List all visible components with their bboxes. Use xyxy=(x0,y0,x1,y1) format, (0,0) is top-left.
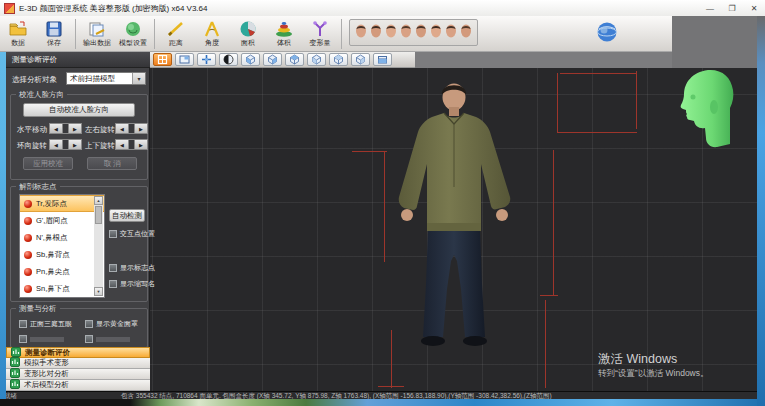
calibration-group-title: 校准人脸方向 xyxy=(16,90,67,99)
windows-activate-watermark-sub: 转到“设置”以激活 Windows。 xyxy=(598,368,709,380)
area-icon xyxy=(238,19,258,38)
stepper-next-button[interactable]: ▶ xyxy=(68,123,82,134)
roll-rotate-stepper[interactable]: ◀▶ xyxy=(49,139,82,150)
checkbox-icon xyxy=(85,335,93,343)
volume-button[interactable]: 体积 xyxy=(266,18,302,47)
landmark-dot-icon xyxy=(24,217,32,225)
stepper-next-button[interactable]: ▶ xyxy=(134,139,148,150)
stepper-next-button[interactable]: ▶ xyxy=(134,123,148,134)
angle-icon xyxy=(202,19,222,38)
fit-view-button[interactable] xyxy=(153,53,172,66)
axis-view-button[interactable] xyxy=(197,53,216,66)
three-courts-checkbox[interactable]: 正面三庭五眼 xyxy=(19,319,72,329)
partial-checkbox[interactable] xyxy=(85,335,130,343)
stepper-prev-button[interactable]: ◀ xyxy=(49,139,63,150)
right-view-button[interactable] xyxy=(307,53,326,66)
face-view-5-button[interactable] xyxy=(415,23,427,42)
save-button[interactable]: 保存 xyxy=(36,18,72,47)
auto-calibrate-button[interactable]: 自动校准人脸方向 xyxy=(23,103,135,117)
data-button[interactable]: 数据 xyxy=(0,18,36,47)
interactive-point-checkbox[interactable]: 交互点位置 xyxy=(109,229,155,239)
horizontal-move-stepper[interactable]: ◀▶ xyxy=(49,123,82,134)
list-item[interactable]: G',眉间点 xyxy=(20,212,104,229)
yaw-rotate-stepper[interactable]: ◀▶ xyxy=(115,123,148,134)
face-view-2-button[interactable] xyxy=(370,23,382,42)
analysis-object-dropdown[interactable]: 术前扫描模型 ▾ xyxy=(66,72,146,85)
angle-button[interactable]: 角度 xyxy=(194,18,230,47)
face-view-3-button[interactable] xyxy=(385,23,397,42)
chevron-down-icon: ▾ xyxy=(132,73,145,84)
stepper-prev-button[interactable]: ◀ xyxy=(115,123,129,134)
golden-mask-checkbox[interactable]: 显示黄金面罩 xyxy=(85,319,138,329)
auto-detect-button[interactable]: 自动检测 xyxy=(109,209,145,222)
apply-calibration-button[interactable]: 应用校准 xyxy=(23,157,73,170)
close-button[interactable]: ✕ xyxy=(743,0,765,16)
checkbox-icon xyxy=(19,335,27,343)
face-view-8-button[interactable] xyxy=(460,23,472,42)
tab-simulate-surgery[interactable]: 模拟手术变形 xyxy=(6,358,150,369)
scroll-down-icon[interactable]: ▼ xyxy=(94,287,103,296)
windows-activate-watermark: 激活 Windows xyxy=(598,351,677,368)
pitch-rotate-stepper[interactable]: ◀▶ xyxy=(115,139,148,150)
wireframe-segment xyxy=(540,295,558,296)
list-item[interactable]: Tr,发际点 xyxy=(20,195,104,212)
3d-viewport[interactable]: 激活 Windows 转到“设置”以激活 Windows。 xyxy=(150,68,757,391)
deformation-button[interactable]: 变形量 xyxy=(302,18,338,47)
maximize-button[interactable]: ❐ xyxy=(721,0,743,16)
wireframe-segment xyxy=(545,300,546,388)
tab-postop-analysis[interactable]: 术后模型分析 xyxy=(6,380,150,391)
desktop-bottom-sliver xyxy=(0,399,765,406)
face-views-tray xyxy=(349,19,478,46)
stepper-prev-button[interactable]: ◀ xyxy=(115,139,129,150)
main-toolbar: 数据 保存 输出数据 模型设置 距离 xyxy=(0,16,757,52)
list-item[interactable]: Pn,鼻尖点 xyxy=(20,263,104,280)
front-view-button[interactable] xyxy=(241,53,260,66)
list-item[interactable]: Sb,鼻背点 xyxy=(20,246,104,263)
desktop-right-sliver xyxy=(757,16,765,406)
stepper-prev-button[interactable]: ◀ xyxy=(49,123,63,134)
desktop-left-sliver xyxy=(0,52,6,399)
left-view-button[interactable] xyxy=(285,53,304,66)
cancel-button[interactable]: 取 消 xyxy=(87,157,137,170)
area-button[interactable]: 面积 xyxy=(230,18,266,47)
tab-measure-evaluate[interactable]: 测量诊断评价 xyxy=(6,347,150,358)
stepper-label: 左右旋转 xyxy=(85,125,115,135)
export-data-icon xyxy=(87,19,107,38)
stepper-next-button[interactable]: ▶ xyxy=(68,139,82,150)
face-view-1-button[interactable] xyxy=(355,23,367,42)
landmarks-list[interactable]: Tr,发际点 G',眉间点 N',鼻根点 Sb,鼻背点 Pn,鼻尖点 Sn,鼻下… xyxy=(19,194,105,298)
export-data-button[interactable]: 输出数据 xyxy=(79,18,115,47)
partial-checkbox[interactable] xyxy=(19,335,64,343)
window-title: E-3D 颜面管理系统 美容整形版 (加密狗版) x64 V3.64 xyxy=(19,3,207,14)
stepper-label: 环向旋转 xyxy=(17,141,47,151)
titlebar: E-3D 颜面管理系统 美容整形版 (加密狗版) x64 V3.64 — ❐ ✕ xyxy=(0,0,765,17)
scroll-up-icon[interactable]: ▲ xyxy=(94,196,103,205)
model-settings-button[interactable]: 模型设置 xyxy=(115,18,151,47)
iso-view-button[interactable] xyxy=(373,53,392,66)
landmark-dot-icon xyxy=(24,268,32,276)
view-toolbar xyxy=(150,52,415,68)
toolbar-separator xyxy=(75,19,76,49)
back-view-button[interactable] xyxy=(263,53,282,66)
tab-deformation-compare[interactable]: 变形比对分析 xyxy=(6,369,150,380)
list-item[interactable]: N',鼻根点 xyxy=(20,229,104,246)
face-view-7-button[interactable] xyxy=(445,23,457,42)
top-view-button[interactable] xyxy=(329,53,348,66)
face-view-6-button[interactable] xyxy=(430,23,442,42)
face-view-4-button[interactable] xyxy=(400,23,412,42)
panel-header: 测量诊断评价 xyxy=(6,52,150,68)
show-abbreviations-checkbox[interactable]: 显示缩写名 xyxy=(109,279,155,289)
show-landmarks-checkbox[interactable]: 显示标志点 xyxy=(109,263,155,273)
list-item[interactable]: Sn,鼻下点 xyxy=(20,280,104,297)
globe-button[interactable] xyxy=(596,21,618,47)
volume-icon xyxy=(274,19,294,38)
reference-head-model xyxy=(678,68,736,156)
scroll-thumb[interactable] xyxy=(95,206,102,224)
screen-view-button[interactable] xyxy=(175,53,194,66)
distance-button[interactable]: 距离 xyxy=(158,18,194,47)
toolbar-label: 数据 xyxy=(11,38,25,47)
list-scrollbar[interactable]: ▲ ▼ xyxy=(94,196,103,296)
bottom-view-button[interactable] xyxy=(351,53,370,66)
minimize-button[interactable]: — xyxy=(699,0,721,16)
shaded-view-button[interactable] xyxy=(219,53,238,66)
